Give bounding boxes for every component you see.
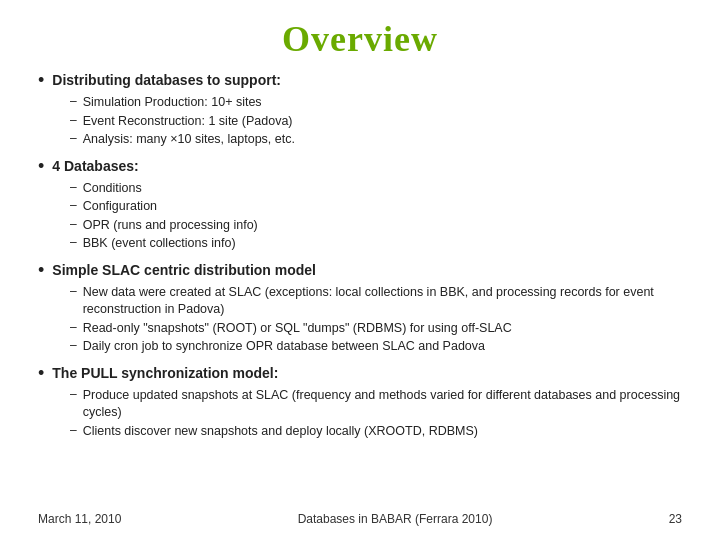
sub-item-text: Clients discover new snapshots and deplo… — [83, 423, 478, 441]
sub-item-text: Read-only "snapshots" (ROOT) or SQL "dum… — [83, 320, 512, 338]
sub-list-pull: – Produce updated snapshots at SLAC (fre… — [70, 387, 682, 441]
dash-icon: – — [70, 235, 77, 249]
sub-item-distributing-2: – Analysis: many ×10 sites, laptops, etc… — [70, 131, 682, 149]
sub-list-4db: – Conditions – Configuration – OPR (runs… — [70, 180, 682, 253]
sub-item-text: Configuration — [83, 198, 157, 216]
sub-item-4db-1: – Configuration — [70, 198, 682, 216]
sub-item-text: Conditions — [83, 180, 142, 198]
sub-item-slac-0: – New data were created at SLAC (excepti… — [70, 284, 682, 319]
sub-item-text: Analysis: many ×10 sites, laptops, etc. — [83, 131, 295, 149]
dash-icon: – — [70, 94, 77, 108]
footer-date: March 11, 2010 — [38, 512, 121, 526]
section-slac: • Simple SLAC centric distribution model… — [38, 262, 682, 359]
sub-item-4db-3: – BBK (event collections info) — [70, 235, 682, 253]
sub-item-distributing-0: – Simulation Production: 10+ sites — [70, 94, 682, 112]
section-title-slac: Simple SLAC centric distribution model — [52, 262, 316, 278]
sub-item-text: Simulation Production: 10+ sites — [83, 94, 262, 112]
dash-icon: – — [70, 180, 77, 194]
page: Overview • Distributing databases to sup… — [0, 0, 720, 540]
sub-item-4db-0: – Conditions — [70, 180, 682, 198]
distributing-title-text: Distributing databases to support: — [52, 72, 281, 88]
bullet-item-pull: • The PULL synchronization model: — [38, 365, 682, 384]
footer-page-number: 23 — [669, 512, 682, 526]
sub-item-text: BBK (event collections info) — [83, 235, 236, 253]
dash-icon: – — [70, 387, 77, 401]
bullet-item-slac: • Simple SLAC centric distribution model — [38, 262, 682, 281]
content-area: • Distributing databases to support: – S… — [38, 72, 682, 508]
bullet-icon-3: • — [38, 260, 44, 281]
dash-icon: – — [70, 113, 77, 127]
dash-icon: – — [70, 198, 77, 212]
4db-title-text: 4 Databases: — [52, 158, 138, 174]
bullet-icon-1: • — [38, 70, 44, 91]
dash-icon: – — [70, 217, 77, 231]
sub-list-slac: – New data were created at SLAC (excepti… — [70, 284, 682, 356]
section-title-pull: The PULL synchronization model: — [52, 365, 278, 381]
bullet-icon-2: • — [38, 156, 44, 177]
bullet-item-4db: • 4 Databases: — [38, 158, 682, 177]
sub-list-distributing: – Simulation Production: 10+ sites – Eve… — [70, 94, 682, 149]
sub-item-text: New data were created at SLAC (exception… — [83, 284, 682, 319]
section-pull: • The PULL synchronization model: – Prod… — [38, 365, 682, 444]
section-4db: • 4 Databases: – Conditions – Configurat… — [38, 158, 682, 256]
pull-title-text: The PULL synchronization model: — [52, 365, 278, 381]
sub-item-slac-2: – Daily cron job to synchronize OPR data… — [70, 338, 682, 356]
page-title: Overview — [38, 18, 682, 60]
sub-item-text: Produce updated snapshots at SLAC (frequ… — [83, 387, 682, 422]
dash-icon: – — [70, 423, 77, 437]
dash-icon: – — [70, 131, 77, 145]
bullet-icon-4: • — [38, 363, 44, 384]
footer-title: Databases in BABAR (Ferrara 2010) — [298, 512, 493, 526]
sub-item-pull-1: – Clients discover new snapshots and dep… — [70, 423, 682, 441]
sub-item-distributing-1: – Event Reconstruction: 1 site (Padova) — [70, 113, 682, 131]
section-title-distributing: Distributing databases to support: — [52, 72, 281, 88]
dash-icon: – — [70, 338, 77, 352]
section-distributing: • Distributing databases to support: – S… — [38, 72, 682, 152]
slac-title-text: Simple SLAC centric distribution model — [52, 262, 316, 278]
sub-item-pull-0: – Produce updated snapshots at SLAC (fre… — [70, 387, 682, 422]
section-title-4db: 4 Databases: — [52, 158, 138, 174]
sub-item-text: Event Reconstruction: 1 site (Padova) — [83, 113, 293, 131]
sub-item-text: OPR (runs and processing info) — [83, 217, 258, 235]
dash-icon: – — [70, 320, 77, 334]
dash-icon: – — [70, 284, 77, 298]
sub-item-4db-2: – OPR (runs and processing info) — [70, 217, 682, 235]
sub-item-slac-1: – Read-only "snapshots" (ROOT) or SQL "d… — [70, 320, 682, 338]
footer: March 11, 2010 Databases in BABAR (Ferra… — [38, 508, 682, 526]
bullet-item-distributing: • Distributing databases to support: — [38, 72, 682, 91]
sub-item-text: Daily cron job to synchronize OPR databa… — [83, 338, 485, 356]
